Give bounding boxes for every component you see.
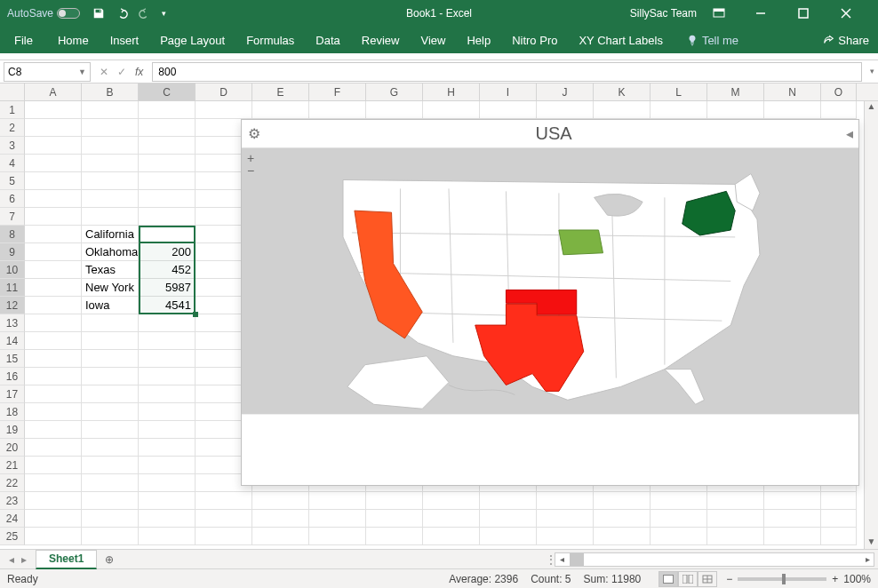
cell-G24[interactable]: [366, 510, 423, 528]
cell-C14[interactable]: [139, 332, 196, 350]
cell-F1[interactable]: [309, 101, 366, 119]
cell-A13[interactable]: [25, 314, 82, 332]
name-box[interactable]: C8 ▼: [4, 62, 91, 82]
row-header-12[interactable]: 12: [0, 297, 25, 314]
zoom-controls[interactable]: − + 100%: [726, 573, 871, 585]
cell-F24[interactable]: [309, 510, 366, 528]
sheet-nav-prev-icon[interactable]: ◂: [9, 553, 14, 566]
col-header-A[interactable]: A: [25, 83, 82, 100]
col-header-G[interactable]: G: [366, 83, 423, 100]
cell-A5[interactable]: [25, 172, 82, 190]
cell-C16[interactable]: [139, 368, 196, 385]
cell-L1[interactable]: [651, 101, 707, 119]
undo-icon[interactable]: [116, 7, 128, 20]
cell-L23[interactable]: [651, 492, 707, 510]
cell-B6[interactable]: [82, 190, 139, 208]
cell-B3[interactable]: [82, 137, 139, 155]
chart-settings-gear-icon[interactable]: ⚙: [242, 125, 267, 142]
row-header-6[interactable]: 6: [0, 190, 25, 208]
zoom-slider[interactable]: [738, 577, 826, 581]
cell-C11[interactable]: 5987: [139, 279, 196, 297]
col-header-N[interactable]: N: [764, 83, 821, 100]
cell-F25[interactable]: [309, 528, 366, 545]
select-all-corner[interactable]: [0, 83, 25, 100]
sheet-tab-active[interactable]: Sheet1: [36, 550, 97, 569]
cell-B8[interactable]: California: [82, 226, 139, 243]
col-header-H[interactable]: H: [423, 83, 480, 100]
cell-M23[interactable]: [707, 492, 764, 510]
row-header-20[interactable]: 20: [0, 439, 25, 457]
col-header-M[interactable]: M: [707, 83, 764, 100]
tab-nitro-pro[interactable]: Nitro Pro: [501, 27, 568, 53]
cell-D1[interactable]: [196, 101, 252, 119]
cell-G25[interactable]: [366, 528, 423, 545]
cell-A20[interactable]: [25, 439, 82, 457]
cell-B13[interactable]: [82, 314, 139, 332]
formula-bar-expand-icon[interactable]: ▾: [866, 67, 878, 75]
cell-B11[interactable]: New York: [82, 279, 139, 297]
cell-B5[interactable]: [82, 172, 139, 190]
tab-formulas[interactable]: Formulas: [235, 27, 305, 53]
cell-I1[interactable]: [480, 101, 537, 119]
cell-J24[interactable]: [537, 510, 594, 528]
cell-C5[interactable]: [139, 172, 196, 190]
cell-B25[interactable]: [82, 528, 139, 545]
tab-xy-chart-labels[interactable]: XY Chart Labels: [568, 27, 673, 53]
cell-K24[interactable]: [594, 510, 651, 528]
cell-O1[interactable]: [821, 101, 857, 119]
cell-B17[interactable]: [82, 385, 139, 403]
row-header-9[interactable]: 9: [0, 243, 25, 261]
cell-C10[interactable]: 452: [139, 261, 196, 279]
cell-C19[interactable]: [139, 421, 196, 439]
cell-A22[interactable]: [25, 474, 82, 492]
cell-G23[interactable]: [366, 492, 423, 510]
ribbon-display-icon[interactable]: [713, 7, 739, 20]
cell-A12[interactable]: [25, 297, 82, 314]
cell-I25[interactable]: [480, 528, 537, 545]
tab-data[interactable]: Data: [305, 27, 350, 53]
col-header-B[interactable]: B: [82, 83, 139, 100]
cell-A21[interactable]: [25, 457, 82, 474]
cell-O25[interactable]: [821, 528, 857, 545]
cell-A18[interactable]: [25, 403, 82, 421]
cell-C4[interactable]: [139, 155, 196, 172]
cell-A19[interactable]: [25, 421, 82, 439]
cell-C24[interactable]: [139, 510, 196, 528]
cell-M25[interactable]: [707, 528, 764, 545]
cell-C18[interactable]: [139, 403, 196, 421]
tell-me-search[interactable]: Tell me: [686, 27, 738, 53]
cell-B24[interactable]: [82, 510, 139, 528]
cell-C1[interactable]: [139, 101, 196, 119]
zoom-level[interactable]: 100%: [843, 573, 871, 585]
tab-review[interactable]: Review: [351, 27, 411, 53]
cell-A7[interactable]: [25, 208, 82, 226]
cell-D25[interactable]: [196, 528, 252, 545]
row-header-5[interactable]: 5: [0, 172, 25, 190]
cancel-icon[interactable]: ✕: [100, 66, 108, 78]
row-header-10[interactable]: 10: [0, 261, 25, 279]
cell-C25[interactable]: [139, 528, 196, 545]
cell-A6[interactable]: [25, 190, 82, 208]
cell-O23[interactable]: [821, 492, 857, 510]
cell-A17[interactable]: [25, 385, 82, 403]
minimize-button[interactable]: [755, 8, 782, 19]
cell-N25[interactable]: [764, 528, 821, 545]
cell-B14[interactable]: [82, 332, 139, 350]
row-header-7[interactable]: 7: [0, 208, 25, 226]
col-header-D[interactable]: D: [196, 83, 252, 100]
scroll-left-icon[interactable]: ◂: [555, 554, 568, 564]
tab-page-layout[interactable]: Page Layout: [149, 27, 235, 53]
cell-B7[interactable]: [82, 208, 139, 226]
cell-A4[interactable]: [25, 155, 82, 172]
hscroll-thumb[interactable]: [570, 553, 584, 566]
cell-H23[interactable]: [423, 492, 480, 510]
cell-C21[interactable]: [139, 457, 196, 474]
cell-D23[interactable]: [196, 492, 252, 510]
chart-zoom-controls[interactable]: + −: [247, 152, 254, 177]
cell-L25[interactable]: [651, 528, 707, 545]
cell-N1[interactable]: [764, 101, 821, 119]
cell-J25[interactable]: [537, 528, 594, 545]
cell-F23[interactable]: [309, 492, 366, 510]
maximize-button[interactable]: [798, 8, 825, 19]
col-header-C[interactable]: C: [139, 83, 196, 100]
